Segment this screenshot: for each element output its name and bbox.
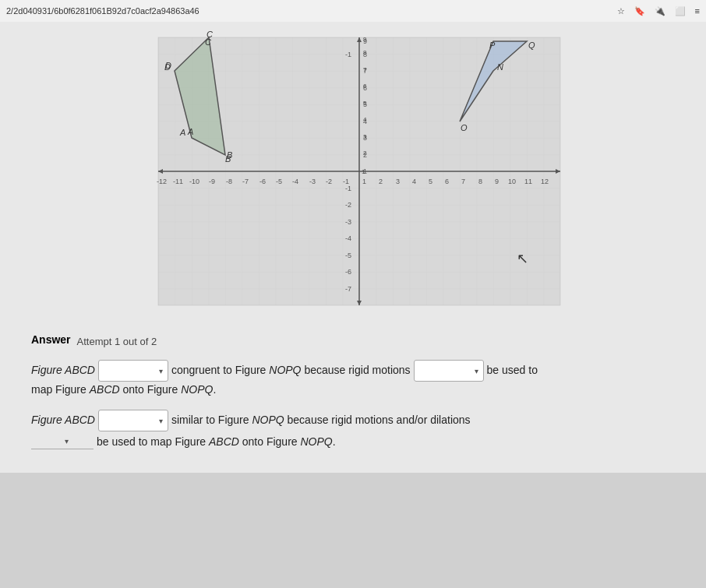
svg-text:3: 3 <box>396 178 400 185</box>
svg-text:8: 8 <box>478 178 482 185</box>
svg-text:8: 8 <box>363 49 367 56</box>
svg-text:3: 3 <box>363 133 367 140</box>
svg-text:12: 12 <box>541 178 549 185</box>
svg-text:-12: -12 <box>157 178 167 185</box>
rigid-motions-dropdown-1-value <box>419 362 453 379</box>
svg-text:4: 4 <box>363 116 367 123</box>
svg-text:P: P <box>489 40 496 50</box>
chevron-down-icon-4: ▾ <box>65 437 69 445</box>
congruent-dropdown-1-value <box>104 362 129 379</box>
svg-text:-6: -6 <box>345 268 351 276</box>
rigid-motions-dropdown-1[interactable]: ▾ <box>414 360 484 382</box>
svg-text:11: 11 <box>524 178 532 185</box>
svg-text:-11: -11 <box>173 178 183 185</box>
svg-text:-4: -4 <box>292 178 298 185</box>
svg-text:↖: ↖ <box>517 251 528 266</box>
figure-abcd-label-2: Figure ABCD <box>31 411 95 430</box>
svg-text:-7: -7 <box>242 178 249 185</box>
url-display: 2/2d040931/6b0f6281f061B92d7c0acf2a94863… <box>6 6 199 16</box>
svg-text:-1: -1 <box>345 51 351 58</box>
browser-icons: ☆ 🔖 🔌 ⬜ ≡ <box>617 6 700 16</box>
svg-text:-10: -10 <box>189 178 199 185</box>
svg-text:9: 9 <box>495 178 499 185</box>
svg-text:-6: -6 <box>259 178 266 185</box>
svg-text:6: 6 <box>363 83 367 90</box>
coordinate-graph: 1 2 3 4 5 6 7 8 9 10 11 12 -1 -2 -3 -4 -… <box>135 30 571 310</box>
extension-icon[interactable]: 🔌 <box>655 6 665 16</box>
answer-section: Answer Attempt 1 out of 2 Figure ABCD ▾ … <box>16 326 690 457</box>
answer-label: Answer <box>31 333 71 346</box>
dilations-dropdown-value <box>34 435 58 447</box>
congruent-text: congruent to Figure NOPQ because rigid m… <box>171 361 411 380</box>
dilations-dropdown[interactable]: ▾ <box>31 433 94 449</box>
answer-header: Answer Attempt 1 out of 2 <box>31 333 675 349</box>
main-content: 1 2 3 4 5 6 7 8 9 10 11 12 -1 -2 -3 -4 -… <box>0 22 706 473</box>
svg-text:10: 10 <box>508 178 516 185</box>
svg-text:5: 5 <box>429 178 432 185</box>
figure-abcd-label-1: Figure ABCD <box>31 361 95 380</box>
svg-text:-9: -9 <box>209 178 215 185</box>
svg-text:-3: -3 <box>345 218 351 226</box>
graph-container: 1 2 3 4 5 6 7 8 9 10 11 12 -1 -2 -3 -4 -… <box>16 30 690 310</box>
svg-text:A: A <box>179 128 185 137</box>
svg-text:N: N <box>497 62 503 72</box>
top-bar: 2/2d040931/6b0f6281f061B92d7c0acf2a94863… <box>0 0 706 22</box>
label-a: A <box>187 127 193 136</box>
svg-text:5: 5 <box>363 100 367 107</box>
svg-text:4: 4 <box>412 178 416 185</box>
similar-dropdown-value <box>104 412 129 429</box>
svg-text:-7: -7 <box>345 285 351 293</box>
svg-text:2: 2 <box>363 150 367 157</box>
menu-icon[interactable]: ≡ <box>695 6 700 16</box>
svg-text:-2: -2 <box>345 201 351 209</box>
svg-text:D: D <box>164 62 171 72</box>
window-icon[interactable]: ⬜ <box>675 6 686 16</box>
svg-text:7: 7 <box>363 66 367 73</box>
svg-text:-3: -3 <box>309 178 316 185</box>
sentence-2-line2: ▾ be used to map Figure ABCD onto Figure… <box>31 433 675 449</box>
svg-text:C: C <box>205 37 211 47</box>
star-icon[interactable]: ☆ <box>617 6 625 16</box>
svg-text:-2: -2 <box>326 178 332 185</box>
svg-text:6: 6 <box>445 178 449 185</box>
congruent-dropdown-1[interactable]: ▾ <box>98 360 168 382</box>
chevron-down-icon-3: ▾ <box>159 414 163 428</box>
similar-dropdown[interactable]: ▾ <box>98 410 168 431</box>
svg-text:1: 1 <box>362 178 366 185</box>
svg-text:Q: Q <box>528 40 535 50</box>
svg-text:-5: -5 <box>345 252 351 259</box>
similar-text: similar to Figure NOPQ because rigid mot… <box>171 411 471 430</box>
svg-text:-1: -1 <box>345 185 351 192</box>
svg-text:-5: -5 <box>276 178 282 185</box>
svg-text:9: 9 <box>363 36 367 43</box>
chevron-down-icon-2: ▾ <box>475 364 478 378</box>
svg-text:1: 1 <box>362 168 365 175</box>
svg-text:-8: -8 <box>226 178 232 185</box>
svg-text:2: 2 <box>379 178 383 185</box>
be-used-to-text-1: be used to <box>487 361 538 380</box>
sentence-1-line2: map Figure ABCD onto Figure NOPQ. <box>31 383 675 396</box>
svg-text:O: O <box>461 123 468 132</box>
sentence-1: Figure ABCD ▾ congruent to Figure NOPQ b… <box>31 360 675 382</box>
svg-text:7: 7 <box>461 178 465 185</box>
chevron-down-icon: ▾ <box>159 364 163 378</box>
svg-text:-4: -4 <box>345 234 351 242</box>
attempt-label: Attempt 1 out of 2 <box>77 336 157 347</box>
sentence-2: Figure ABCD ▾ similar to Figure NOPQ bec… <box>31 410 675 431</box>
svg-text:B: B <box>225 154 231 164</box>
bookmark-icon[interactable]: 🔖 <box>634 6 645 16</box>
